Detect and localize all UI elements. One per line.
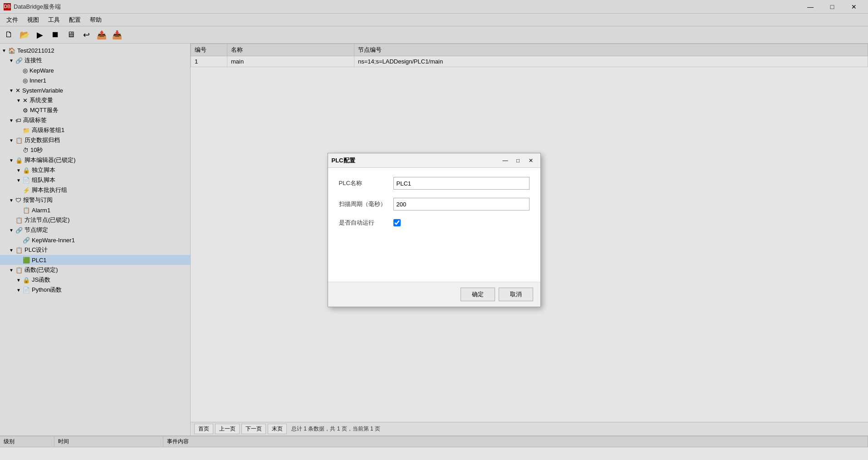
- scan-period-row: 扫描周期（毫秒）: [339, 198, 530, 210]
- modal-controls: — □ ✕: [500, 156, 537, 166]
- confirm-button[interactable]: 确定: [461, 288, 495, 301]
- auto-run-checkbox[interactable]: [393, 219, 401, 226]
- modal-titlebar: PLC配置 — □ ✕: [328, 153, 540, 168]
- modal-dialog: PLC配置 — □ ✕ PLC名称 扫描周期（毫秒） 是否自动运行 确定: [328, 153, 541, 307]
- modal-footer: 确定 取消: [328, 282, 540, 307]
- plc-name-label: PLC名称: [339, 179, 393, 187]
- plc-name-input[interactable]: [393, 177, 530, 190]
- auto-run-label: 是否自动运行: [339, 219, 393, 227]
- cancel-button[interactable]: 取消: [499, 288, 533, 301]
- scan-period-input[interactable]: [393, 198, 530, 210]
- modal-minimize-button[interactable]: —: [500, 156, 511, 166]
- modal-overlay: PLC配置 — □ ✕ PLC名称 扫描周期（毫秒） 是否自动运行 确定: [0, 0, 868, 460]
- modal-maximize-button[interactable]: □: [512, 156, 524, 166]
- auto-run-row: 是否自动运行: [339, 219, 530, 227]
- modal-title: PLC配置: [332, 157, 355, 165]
- modal-close-button[interactable]: ✕: [525, 156, 537, 166]
- modal-body: PLC名称 扫描周期（毫秒） 是否自动运行: [328, 168, 540, 282]
- scan-period-label: 扫描周期（毫秒）: [339, 200, 393, 208]
- plc-name-row: PLC名称: [339, 177, 530, 190]
